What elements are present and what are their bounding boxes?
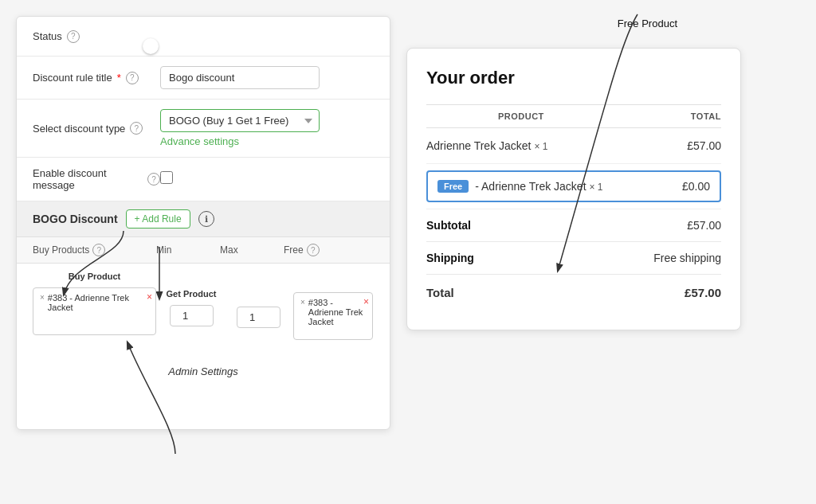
order-item-row: Adrienne Trek Jacket × 1 £57.00: [426, 128, 721, 164]
admin-settings-annotation: Admin Settings: [168, 365, 237, 377]
free-item-qty: × 1: [589, 182, 602, 193]
item-name: Adrienne Trek Jacket × 1: [426, 128, 616, 164]
total-col-header: TOTAL: [616, 105, 721, 128]
discount-message-label: Enable discount message ?: [33, 167, 160, 191]
buy-product-col-label: Buy Product: [33, 272, 156, 281]
required-asterisk: *: [117, 72, 121, 84]
free-badge: Free: [437, 180, 469, 193]
discount-type-help-icon[interactable]: ?: [130, 122, 143, 135]
discount-message-checkbox[interactable]: [160, 171, 173, 184]
get-product-label: Get Product: [167, 289, 217, 299]
free-product-annotation: Free Product: [618, 18, 677, 29]
free-product-remove-icon[interactable]: ×: [363, 296, 369, 307]
buy-product-name: #383 - Adrienne Trek Jacket: [48, 293, 149, 312]
free-help[interactable]: ?: [307, 244, 320, 256]
bogo-rule-row: Buy Product × #383 - Adrienne Trek Jacke…: [17, 264, 390, 348]
add-rule-button[interactable]: + Add Rule: [126, 209, 190, 229]
shipping-label: Shipping: [426, 242, 616, 275]
discount-type-select[interactable]: BOGO (Buy 1 Get 1 Free): [160, 109, 320, 132]
discount-message-row: Enable discount message ?: [17, 158, 390, 201]
bogo-table-header: Buy Products ? Min Max Free ?: [17, 237, 390, 264]
total-label: Total: [426, 275, 616, 311]
shipping-row: Shipping Free shipping: [426, 242, 721, 275]
discount-title-label: Discount rule title * ?: [33, 72, 160, 84]
col-buy-products: Buy Products ?: [33, 244, 156, 256]
subtotal-label: Subtotal: [426, 209, 616, 242]
status-row: Status ?: [17, 17, 390, 57]
subtotal-value: £57.00: [616, 209, 721, 242]
col-free: Free ?: [284, 244, 363, 256]
advance-settings-link[interactable]: Advance settings: [160, 135, 374, 147]
admin-panel: Status ? Discount rule title * ?: [16, 16, 390, 430]
discount-title-help-icon[interactable]: ?: [126, 72, 139, 84]
discount-type-label: Select discount type ?: [33, 122, 160, 135]
shipping-value: Free shipping: [616, 242, 721, 275]
subtotal-row: Subtotal £57.00: [426, 209, 721, 242]
bogo-title: BOGO Discount: [33, 213, 118, 225]
status-label: Status ?: [33, 30, 160, 43]
free-product-tag: × #383 - Adrienne Trek Jacket ×: [293, 292, 373, 340]
discount-type-control: BOGO (Buy 1 Get 1 Free) Advance settings: [160, 109, 374, 147]
free-item-price: £0.00: [682, 180, 710, 193]
order-panel: Your order PRODUCT TOTAL Adrienne Trek J…: [406, 48, 741, 330]
buy-product-remove-icon[interactable]: ×: [147, 291, 152, 303]
order-table: PRODUCT TOTAL Adrienne Trek Jacket × 1 £…: [426, 104, 721, 311]
discount-title-control: [160, 66, 374, 89]
bogo-section-header: BOGO Discount + Add Rule ℹ: [17, 201, 390, 237]
status-help-icon[interactable]: ?: [67, 30, 80, 43]
free-item-text: - Adrienne Trek Jacket × 1: [475, 180, 602, 193]
free-product-row: Free - Adrienne Trek Jacket × 1 £0.00: [426, 164, 721, 209]
item-qty: × 1: [534, 141, 547, 152]
free-product-name: #383 - Adrienne Trek Jacket: [308, 298, 366, 326]
discount-message-help-icon[interactable]: ?: [147, 173, 160, 186]
col-min: Min: [156, 244, 220, 256]
buy-products-help[interactable]: ?: [92, 244, 105, 256]
product-col-header: PRODUCT: [426, 105, 616, 128]
free-product-inner: Free - Adrienne Trek Jacket × 1 £0.00: [426, 170, 721, 202]
item-price: £57.00: [616, 128, 721, 164]
total-value: £57.00: [616, 275, 721, 311]
buy-product-tag: × #383 - Adrienne Trek Jacket ×: [33, 287, 156, 335]
min-input[interactable]: [170, 305, 214, 326]
bogo-info-icon[interactable]: ℹ: [198, 211, 214, 227]
discount-type-row: Select discount type ? BOGO (Buy 1 Get 1…: [17, 100, 390, 158]
col-max: Max: [220, 244, 284, 256]
discount-title-input[interactable]: [160, 66, 320, 89]
discount-message-control: [160, 171, 374, 187]
total-row: Total £57.00: [426, 275, 721, 311]
discount-title-row: Discount rule title * ?: [17, 57, 390, 100]
order-title: Your order: [426, 68, 721, 88]
max-input[interactable]: [237, 307, 280, 328]
